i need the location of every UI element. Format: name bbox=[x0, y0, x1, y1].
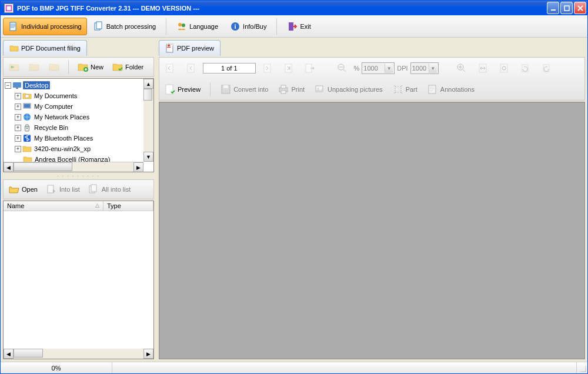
expand-icon[interactable]: + bbox=[15, 135, 21, 142]
all-into-list-button[interactable]: All into list bbox=[85, 181, 135, 198]
resize-grip[interactable] bbox=[577, 363, 587, 373]
tree-vscrollbar[interactable]: ▲ ▼ bbox=[143, 79, 153, 162]
nav-up-button[interactable] bbox=[45, 59, 64, 75]
scroll-down-button[interactable]: ▼ bbox=[143, 152, 153, 162]
next-page-button[interactable] bbox=[258, 60, 277, 76]
into-list-button[interactable]: Into list bbox=[42, 181, 83, 198]
dropdown-icon[interactable]: ▼ bbox=[429, 64, 437, 73]
exit-button[interactable]: Exit bbox=[282, 18, 316, 35]
last-page-icon bbox=[283, 62, 295, 74]
annotations-button[interactable]: Annotations bbox=[423, 81, 478, 98]
collapse-icon[interactable]: − bbox=[5, 82, 11, 89]
goto-page-button[interactable] bbox=[300, 60, 319, 76]
folder-tree[interactable]: − Desktop +My Documents +My Computer +My… bbox=[3, 78, 154, 172]
fit-page-button[interactable] bbox=[495, 60, 513, 76]
tree-node[interactable]: +3420-enu-win2k_xp bbox=[5, 143, 152, 154]
dpi-label: DPI bbox=[397, 65, 407, 72]
batch-processing-label: Batch processing bbox=[106, 23, 156, 30]
tree-label: My Computer bbox=[33, 103, 74, 110]
part-label: Part bbox=[406, 86, 417, 93]
list-body bbox=[4, 211, 153, 349]
separator bbox=[210, 82, 211, 96]
column-type[interactable]: Type bbox=[103, 201, 153, 211]
prev-page-button[interactable] bbox=[182, 60, 201, 76]
svg-point-45 bbox=[318, 88, 319, 89]
title-bar[interactable]: PDF to BMP JPG TIFF Converter 2.31 --- D… bbox=[1, 1, 587, 15]
expand-icon[interactable]: + bbox=[15, 103, 21, 110]
maximize-button[interactable] bbox=[560, 2, 573, 14]
folder-button[interactable]: Folder bbox=[108, 59, 147, 75]
dpi-input[interactable]: ▼ bbox=[410, 62, 439, 74]
tree-label: Recycle Bin bbox=[33, 124, 69, 131]
fit-width-button[interactable] bbox=[473, 60, 492, 76]
scroll-up-button[interactable]: ▲ bbox=[143, 79, 153, 89]
print-button[interactable]: Print bbox=[274, 81, 308, 98]
tree-node[interactable]: +My Documents bbox=[5, 91, 152, 101]
scroll-left-button[interactable]: ◀ bbox=[4, 162, 14, 172]
preview-button[interactable]: Preview bbox=[161, 81, 204, 98]
svg-rect-39 bbox=[222, 85, 230, 94]
exit-label: Exit bbox=[300, 23, 310, 30]
nav-forward-button[interactable] bbox=[25, 59, 44, 75]
folder-back-icon bbox=[8, 61, 20, 73]
tree-node[interactable]: +My Computer bbox=[5, 101, 152, 112]
file-list[interactable]: Name △ Type ◀ ▶ bbox=[3, 201, 154, 359]
tree-node[interactable]: +My Bluetooth Places bbox=[5, 133, 152, 143]
language-button[interactable]: Language bbox=[171, 18, 223, 35]
tree-node[interactable]: +Recycle Bin bbox=[5, 122, 152, 133]
app-icon bbox=[4, 4, 14, 13]
progress-cell: 0% bbox=[1, 362, 112, 373]
nav-back-button[interactable] bbox=[5, 59, 24, 75]
folder-check-icon bbox=[112, 61, 123, 73]
scroll-right-button[interactable]: ▶ bbox=[143, 349, 153, 359]
rotate-left-icon bbox=[519, 62, 531, 74]
zoom-percent-input[interactable]: ▼ bbox=[362, 62, 395, 74]
zoom-out-button[interactable] bbox=[333, 60, 352, 76]
tab-document-filing[interactable]: PDF Document filing bbox=[3, 40, 87, 56]
zoom-out-icon bbox=[336, 62, 348, 74]
svg-rect-14 bbox=[16, 88, 18, 89]
dropdown-icon[interactable]: ▼ bbox=[385, 64, 393, 73]
app-window: PDF to BMP JPG TIFF Converter 2.31 --- D… bbox=[0, 0, 588, 374]
tab-pdf-preview[interactable]: PDF PDF preview bbox=[159, 40, 220, 56]
svg-rect-26 bbox=[166, 64, 173, 72]
unpack-button[interactable]: Unpacking pictures bbox=[310, 81, 386, 98]
expand-icon[interactable]: + bbox=[15, 146, 21, 152]
tab-label: PDF Document filing bbox=[21, 45, 81, 52]
pdf-icon: PDF bbox=[165, 44, 175, 53]
minimize-button[interactable] bbox=[547, 2, 559, 14]
page-indicator: 1 of 1 bbox=[203, 63, 256, 74]
documents-icon bbox=[93, 21, 104, 32]
column-name[interactable]: Name △ bbox=[4, 201, 103, 211]
exit-icon bbox=[287, 21, 298, 32]
status-bar: 0% bbox=[1, 362, 587, 373]
preview-label: Preview bbox=[178, 86, 201, 93]
expand-icon[interactable]: + bbox=[15, 125, 21, 131]
info-button[interactable]: i Info/Buy bbox=[225, 18, 272, 35]
open-button[interactable]: Open bbox=[5, 181, 41, 198]
scroll-left-button[interactable]: ◀ bbox=[4, 349, 14, 359]
rotate-left-button[interactable] bbox=[516, 60, 534, 76]
part-button[interactable]: Part bbox=[389, 81, 421, 98]
tree-root[interactable]: − Desktop bbox=[5, 80, 152, 91]
close-button[interactable] bbox=[574, 2, 586, 14]
zoom-in-button[interactable] bbox=[452, 60, 471, 76]
expand-icon[interactable]: + bbox=[15, 93, 21, 99]
individual-processing-button[interactable]: Individual processing bbox=[3, 18, 87, 35]
list-hscrollbar[interactable]: ◀ ▶ bbox=[4, 349, 153, 359]
scroll-right-button[interactable]: ▶ bbox=[133, 162, 143, 172]
tree-node[interactable]: +My Network Places bbox=[5, 112, 152, 122]
tree-hscrollbar[interactable]: ◀ ▶ bbox=[4, 162, 143, 172]
splitter[interactable]: · · · · · · · · · bbox=[3, 173, 154, 178]
convert-button[interactable]: Convert into bbox=[216, 81, 272, 98]
rotate-right-button[interactable] bbox=[537, 60, 556, 76]
last-page-button[interactable] bbox=[279, 60, 298, 76]
prev-page-icon bbox=[185, 62, 197, 74]
batch-processing-button[interactable]: Batch processing bbox=[88, 18, 161, 35]
svg-rect-17 bbox=[24, 104, 30, 108]
desktop-icon bbox=[12, 81, 22, 90]
expand-icon[interactable]: + bbox=[15, 114, 21, 121]
percent-label: % bbox=[354, 65, 360, 72]
new-button[interactable]: New bbox=[74, 59, 107, 75]
first-page-button[interactable] bbox=[161, 60, 179, 76]
